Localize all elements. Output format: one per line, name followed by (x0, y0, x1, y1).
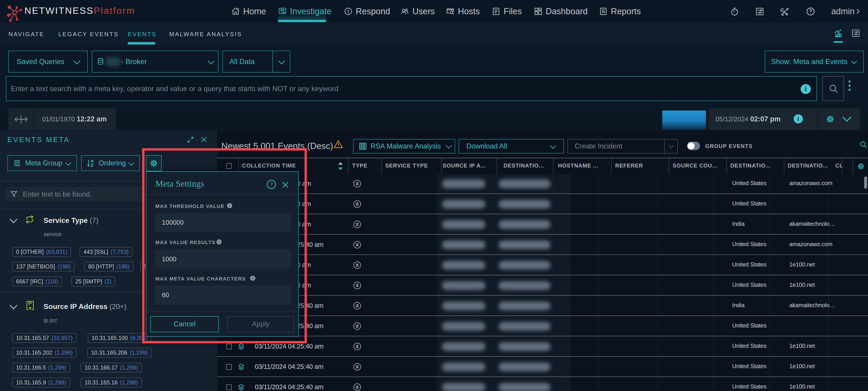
svg-text:IP: IP (28, 301, 32, 306)
